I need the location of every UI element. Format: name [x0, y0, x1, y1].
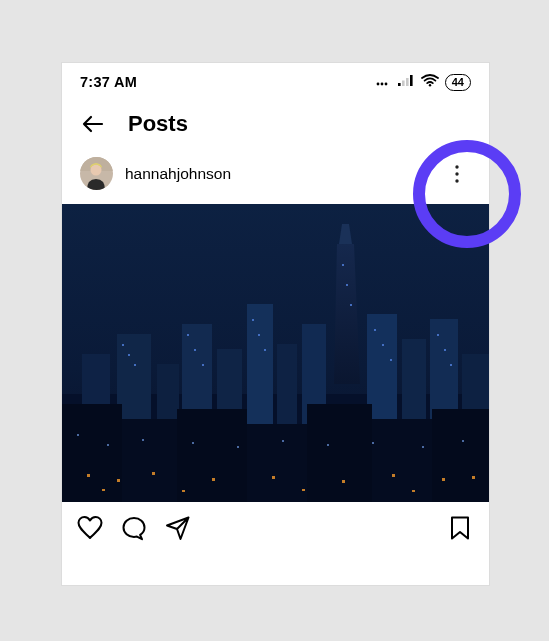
svg-rect-23 — [247, 304, 273, 434]
svg-rect-4 — [402, 81, 405, 87]
avatar-image — [80, 157, 113, 190]
svg-rect-48 — [350, 304, 352, 306]
svg-rect-66 — [302, 489, 305, 491]
svg-rect-52 — [437, 334, 439, 336]
svg-point-7 — [429, 84, 431, 86]
arrow-left-icon — [80, 111, 106, 137]
svg-rect-49 — [374, 329, 376, 331]
status-indicators: 44 — [376, 73, 471, 91]
avatar[interactable] — [80, 157, 113, 190]
svg-rect-40 — [187, 334, 189, 336]
svg-rect-43 — [252, 319, 254, 321]
svg-rect-56 — [117, 479, 120, 482]
svg-rect-67 — [412, 490, 415, 492]
username[interactable]: hannahjohnson — [125, 165, 231, 183]
comment-icon — [120, 514, 148, 542]
svg-rect-59 — [272, 476, 275, 479]
svg-rect-65 — [182, 490, 185, 492]
svg-rect-73 — [282, 440, 284, 442]
svg-point-0 — [376, 83, 379, 86]
more-dots-icon — [376, 73, 392, 91]
status-bar: 7:37 AM — [62, 63, 489, 99]
svg-rect-42 — [202, 364, 204, 366]
svg-rect-33 — [247, 424, 307, 502]
back-button[interactable] — [80, 111, 106, 137]
svg-rect-75 — [372, 442, 374, 444]
svg-rect-68 — [77, 434, 79, 436]
svg-rect-47 — [346, 284, 348, 286]
cellular-signal-icon — [398, 73, 415, 91]
svg-rect-71 — [192, 442, 194, 444]
svg-rect-61 — [392, 474, 395, 477]
svg-rect-35 — [372, 419, 432, 502]
bookmark-icon — [447, 514, 473, 542]
svg-rect-58 — [212, 478, 215, 481]
svg-point-13 — [455, 179, 458, 182]
svg-rect-31 — [122, 419, 177, 502]
svg-point-1 — [380, 83, 383, 86]
svg-rect-54 — [450, 364, 452, 366]
heart-icon — [76, 514, 104, 542]
svg-rect-60 — [342, 480, 345, 483]
svg-point-11 — [455, 165, 458, 168]
svg-rect-45 — [264, 349, 266, 351]
svg-rect-50 — [382, 344, 384, 346]
svg-rect-41 — [194, 349, 196, 351]
svg-rect-32 — [177, 409, 247, 502]
svg-rect-37 — [122, 344, 124, 346]
svg-rect-76 — [422, 446, 424, 448]
svg-rect-44 — [258, 334, 260, 336]
svg-rect-53 — [444, 349, 446, 351]
svg-rect-74 — [327, 444, 329, 446]
svg-rect-57 — [152, 472, 155, 475]
svg-rect-46 — [342, 264, 344, 266]
svg-rect-70 — [142, 439, 144, 441]
status-time: 7:37 AM — [80, 74, 137, 90]
svg-rect-62 — [442, 478, 445, 481]
like-button[interactable] — [76, 514, 104, 542]
svg-rect-6 — [410, 75, 413, 86]
nav-bar: Posts — [62, 99, 489, 151]
svg-point-10 — [91, 165, 102, 176]
svg-rect-34 — [307, 404, 372, 502]
battery-indicator: 44 — [445, 74, 471, 91]
svg-point-12 — [455, 172, 458, 175]
post-header: hannahjohnson — [62, 151, 489, 204]
svg-rect-64 — [102, 489, 105, 491]
save-button[interactable] — [447, 514, 473, 542]
post-image[interactable] — [62, 204, 489, 502]
comment-button[interactable] — [120, 514, 148, 542]
phone-frame: 7:37 AM — [62, 63, 489, 585]
svg-point-2 — [384, 83, 387, 86]
svg-rect-38 — [128, 354, 130, 356]
svg-rect-5 — [406, 78, 409, 86]
svg-rect-55 — [87, 474, 90, 477]
svg-rect-39 — [134, 364, 136, 366]
svg-rect-77 — [462, 440, 464, 442]
svg-rect-36 — [432, 409, 489, 502]
svg-rect-3 — [398, 83, 401, 86]
svg-rect-30 — [62, 404, 122, 502]
send-icon — [164, 514, 192, 542]
city-skyline-image — [62, 204, 489, 502]
svg-rect-51 — [390, 359, 392, 361]
page-title: Posts — [128, 111, 188, 137]
more-options-button[interactable] — [443, 160, 471, 188]
svg-rect-24 — [277, 344, 297, 434]
svg-rect-69 — [107, 444, 109, 446]
share-button[interactable] — [164, 514, 192, 542]
more-vertical-icon — [455, 165, 459, 183]
svg-rect-72 — [237, 446, 239, 448]
svg-rect-63 — [472, 476, 475, 479]
wifi-icon — [421, 73, 439, 91]
post-actions — [62, 502, 489, 554]
